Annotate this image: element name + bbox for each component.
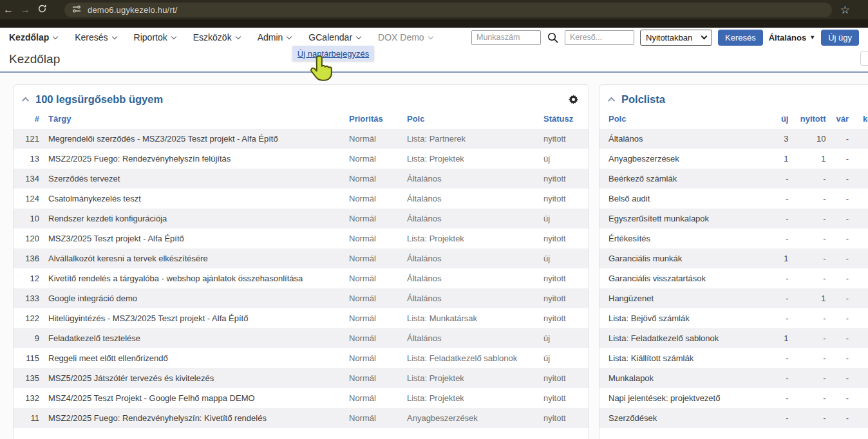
menu-kereses[interactable]: Keresés: [75, 32, 116, 42]
kereso-input[interactable]: [565, 30, 634, 45]
altalanos-dropdown[interactable]: Általános▼: [769, 33, 815, 42]
table-cell: 124: [14, 189, 43, 209]
nav-search-controls: Nyitottakban Keresés Általános▼ Új ügy: [471, 30, 859, 46]
table-row[interactable]: 121Megrendelői szerződés - MSZ3/2025 Tes…: [14, 129, 589, 149]
table-cell: [854, 348, 868, 368]
table-cell: -: [766, 408, 793, 428]
menu-gcalendar[interactable]: GCalendar: [308, 32, 361, 42]
table-row[interactable]: Lista: Feladatkezelő sablonok1--: [599, 328, 868, 348]
col-header-subject[interactable]: Tárgy: [43, 111, 344, 129]
col-header-shelf[interactable]: Polc: [599, 111, 766, 129]
col-header-priority[interactable]: Prioritás: [344, 111, 402, 129]
col-header-status[interactable]: Státusz: [538, 111, 589, 129]
table-cell: Általános: [599, 129, 766, 149]
table-cell: Munkalapok: [599, 368, 766, 388]
table-cell: [854, 388, 868, 408]
table-row[interactable]: Hangüzenet-1-: [599, 288, 868, 308]
table-row[interactable]: Általános310-: [599, 129, 868, 149]
table-cell: [854, 229, 868, 248]
table-row[interactable]: Lista: Bejövő számlák---: [599, 308, 868, 328]
menu-dox-demo[interactable]: DOX Demo: [378, 32, 433, 42]
table-cell: Reggeli meet előtt ellenőrizendő: [43, 348, 344, 368]
bookmark-star-icon[interactable]: ☆: [840, 3, 850, 17]
table-cell: Normál: [344, 308, 402, 328]
table-cell: nyitott: [538, 308, 589, 328]
main-menu: Kezdőlap Keresés Riportok Eszközök Admin…: [9, 32, 433, 42]
table-cell: nyitott: [538, 288, 589, 308]
table-row[interactable]: Értékesítés---: [599, 229, 868, 248]
table-row[interactable]: Garanciális munkák1--: [599, 248, 868, 268]
col-header-late[interactable]: kés: [854, 111, 868, 129]
table-cell: 1: [766, 149, 793, 169]
table-row[interactable]: 13MSZ2/2025 Fuego: Rendezvényhelyszín fe…: [14, 149, 589, 169]
site-settings-icon[interactable]: [72, 5, 81, 16]
menu-riportok[interactable]: Riportok: [134, 32, 176, 42]
new-case-button[interactable]: Új ügy: [821, 30, 859, 46]
table-row[interactable]: 120MSZ3/2025 Teszt projekt - Alfa ÉpítőN…: [14, 229, 589, 248]
col-header-new[interactable]: új: [766, 111, 793, 129]
table-row[interactable]: Egyszerűsített munkalapok---: [599, 209, 868, 229]
table-row[interactable]: 9Feladatkezelő teszteléseNormálÁltalános…: [14, 328, 589, 348]
table-row[interactable]: Garanciális visszatartások---: [599, 268, 868, 288]
table-cell: 120: [14, 229, 43, 248]
shelf-panel-title[interactable]: Polclista: [621, 93, 665, 106]
browser-reload-icon[interactable]: [33, 4, 50, 16]
table-row[interactable]: Szerződések---: [599, 408, 868, 428]
table-cell: nyitott: [538, 408, 589, 428]
table-cell: Google integráció demo: [43, 288, 344, 308]
table-row[interactable]: Lista: Kiállított számlák---: [599, 348, 868, 368]
gear-icon[interactable]: [569, 95, 578, 104]
table-row[interactable]: 115Reggeli meet előtt ellenőrizendőNormá…: [14, 348, 589, 368]
table-row[interactable]: 135MSZ5/2025 Játszótér tervezés és kivit…: [14, 368, 589, 388]
table-cell: 1: [766, 328, 793, 348]
table-cell: -: [793, 408, 831, 428]
collapse-chevron-icon[interactable]: [22, 97, 29, 104]
collapse-chevron-icon[interactable]: [608, 97, 615, 104]
table-cell: -: [831, 288, 854, 308]
munkaszam-input[interactable]: [471, 30, 541, 45]
menu-riportok-label: Riportok: [134, 32, 167, 42]
table-row[interactable]: 134Szerződés tervezetNormálÁltalánosnyit…: [14, 169, 589, 189]
table-row[interactable]: Munkalapok---: [599, 368, 868, 388]
col-header-waiting[interactable]: vár: [831, 111, 854, 129]
table-row[interactable]: 122Hitelügyintézés - MSZ3/2025 Teszt pro…: [14, 308, 589, 328]
table-cell: 115: [14, 348, 43, 368]
table-cell: -: [766, 388, 793, 408]
table-cell: 134: [14, 169, 43, 189]
menu-admin[interactable]: Admin: [258, 32, 292, 42]
address-bar[interactable]: demo6.ugykezelo.hu/rt/: [64, 3, 832, 17]
col-header-shelf[interactable]: Polc: [402, 111, 538, 129]
table-row[interactable]: 124Csatolmánykezelés tesztNormálÁltaláno…: [14, 189, 589, 209]
menu-eszkozok[interactable]: Eszközök: [193, 32, 240, 42]
table-row[interactable]: Napi jelentések: projektvezető---: [599, 388, 868, 408]
table-cell: MSZ5/2025 Játszótér tervezés és kivitele…: [43, 368, 344, 388]
table-cell: 9: [14, 328, 43, 348]
partial-edge-button[interactable]: [860, 51, 868, 66]
table-cell: Normál: [344, 229, 402, 248]
urgent-panel-title[interactable]: 100 legsürgősebb ügyem: [35, 93, 163, 106]
table-row[interactable]: 132MSZ4/2025 Teszt Projekt - Google Felh…: [14, 388, 589, 408]
table-row[interactable]: 11MSZ2/2025 Fuego: Rendezvényhelyszín: K…: [14, 408, 589, 428]
browser-forward-icon[interactable]: →: [17, 4, 33, 15]
col-header-open[interactable]: nyitott: [793, 111, 831, 129]
browser-back-icon[interactable]: ←: [0, 4, 17, 15]
table-cell: [854, 169, 868, 189]
table-row[interactable]: 10Rendszer kezdeti konfigurációjaNormálÁ…: [14, 209, 589, 229]
search-button[interactable]: Keresés: [718, 30, 763, 46]
table-cell: [854, 209, 868, 229]
table-row[interactable]: Anyagbeszerzések11-: [599, 149, 868, 169]
search-icon[interactable]: [547, 32, 559, 44]
status-filter-select[interactable]: Nyitottakban: [640, 30, 712, 46]
table-cell: Belső audit: [599, 189, 766, 209]
col-header-id[interactable]: #: [14, 111, 43, 129]
menu-admin-label: Admin: [258, 32, 283, 42]
table-cell: Lista: Bejövő számlák: [599, 308, 766, 328]
menu-kezdolap[interactable]: Kezdőlap: [9, 32, 57, 42]
table-row[interactable]: 136Alvállalkozót keresni a tervek elkész…: [14, 248, 589, 268]
table-cell: Normál: [344, 209, 402, 229]
table-row[interactable]: Belső audit---: [599, 189, 868, 209]
table-row[interactable]: 12Kivetítő rendelés a tárgyalóba - websh…: [14, 268, 589, 288]
table-row[interactable]: 133Google integráció demoNormálÁltalános…: [14, 288, 589, 308]
table-row[interactable]: Beérkező számlák---: [599, 169, 868, 189]
table-cell: Lista: Projektek: [402, 368, 538, 388]
